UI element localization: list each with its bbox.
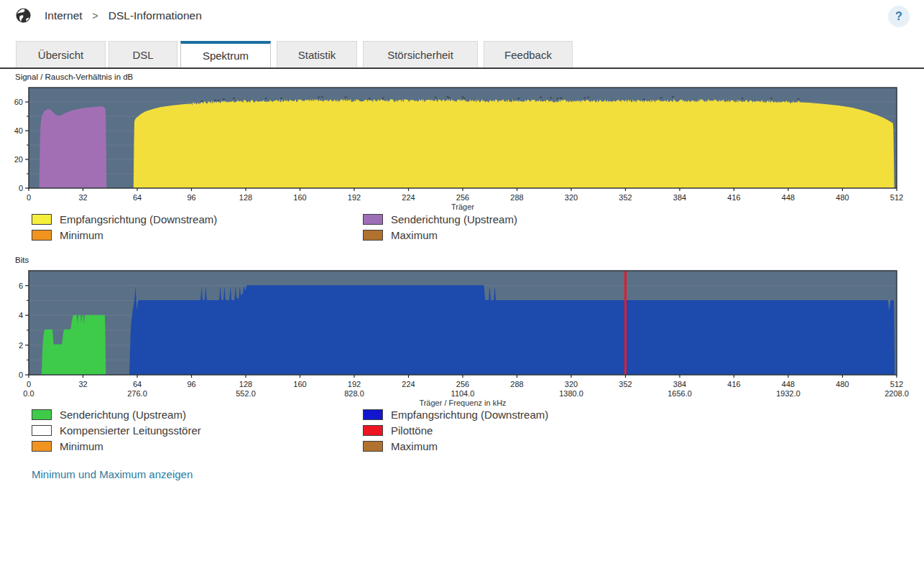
legend-item: Senderichtung (Upstream)	[32, 409, 201, 420]
svg-text:828.0: 828.0	[344, 389, 364, 398]
legend-swatch-kompensierter	[32, 425, 52, 436]
legend-item: Empfangsrichtung (Downstream)	[363, 409, 548, 420]
svg-text:224: 224	[402, 193, 415, 202]
svg-text:384: 384	[673, 193, 686, 202]
svg-text:64: 64	[133, 380, 142, 388]
globe-icon	[15, 7, 32, 24]
breadcrumb-separator-icon: >	[93, 10, 98, 22]
tab-feedback[interactable]: Feedback	[484, 41, 573, 67]
svg-text:192: 192	[348, 193, 361, 202]
help-button[interactable]: ?	[888, 6, 910, 27]
legend-swatch-downstream	[32, 214, 52, 225]
legend-item: Empfangsrichtung (Downstream)	[32, 213, 217, 225]
breadcrumb: Internet > DSL-Informationen	[45, 9, 202, 22]
legend-item: Pilottöne	[363, 424, 548, 436]
tab-statistik[interactable]: Statistik	[277, 41, 357, 67]
legend-label: Pilottöne	[391, 424, 433, 437]
bits-chart-title: Bits	[15, 256, 29, 264]
tab-spektrum[interactable]: Spektrum	[180, 41, 271, 67]
legend-item: Maximum	[363, 229, 517, 241]
show-min-max-link[interactable]: Minimum und Maximum anzeigen	[32, 468, 193, 480]
svg-text:276.0: 276.0	[127, 389, 147, 398]
svg-text:Träger / Frequenz in kHz: Träger / Frequenz in kHz	[419, 399, 506, 407]
tab-bar: Übersicht DSL Spektrum Statistik Störsic…	[16, 41, 573, 67]
legend-label: Senderichtung (Upstream)	[60, 409, 186, 421]
svg-text:1380.0: 1380.0	[559, 389, 583, 398]
svg-text:6: 6	[19, 281, 23, 290]
legend-label: Maximum	[391, 440, 438, 452]
legend-label: Maximum	[391, 229, 438, 241]
legend-item: Minimum	[32, 229, 217, 241]
svg-text:0.0: 0.0	[23, 389, 34, 398]
svg-text:512: 512	[890, 380, 903, 388]
legend-swatch-upstream	[363, 214, 383, 225]
legend-item: Minimum	[32, 440, 201, 452]
svg-text:0: 0	[27, 193, 31, 202]
svg-text:32: 32	[78, 193, 87, 202]
svg-text:416: 416	[727, 193, 740, 202]
svg-text:352: 352	[619, 193, 632, 202]
svg-text:64: 64	[133, 193, 142, 202]
svg-text:128: 128	[239, 193, 252, 202]
dsl-informationen-page: Internet > DSL-Informationen ? Übersicht…	[0, 0, 924, 573]
tabbar-divider	[0, 67, 924, 69]
svg-text:256: 256	[456, 193, 469, 202]
legend-item: Maximum	[363, 440, 548, 452]
svg-text:192: 192	[348, 380, 361, 388]
svg-text:0: 0	[19, 184, 23, 192]
svg-text:288: 288	[510, 193, 523, 202]
svg-text:4: 4	[19, 311, 23, 320]
svg-text:256: 256	[456, 380, 469, 388]
svg-text:1932.0: 1932.0	[776, 389, 800, 398]
svg-text:224: 224	[402, 380, 415, 388]
svg-text:288: 288	[510, 380, 523, 388]
svg-text:0: 0	[19, 371, 23, 379]
bits-chart: 0246032649612816019222425628832035238441…	[0, 267, 924, 411]
svg-text:416: 416	[727, 380, 740, 388]
tab-stoersicherheit[interactable]: Störsicherheit	[363, 41, 478, 67]
legend-label: Empfangsrichtung (Downstream)	[391, 409, 548, 421]
svg-text:96: 96	[187, 380, 195, 388]
tab-dsl[interactable]: DSL	[108, 41, 177, 67]
svg-text:2208.0: 2208.0	[884, 389, 909, 398]
svg-text:60: 60	[14, 98, 23, 106]
legend-swatch-minimum	[32, 441, 52, 452]
page-title: DSL-Informationen	[108, 9, 202, 22]
svg-text:320: 320	[565, 380, 578, 388]
svg-text:448: 448	[782, 380, 795, 388]
breadcrumb-internet[interactable]: Internet	[45, 9, 83, 22]
svg-text:480: 480	[836, 193, 849, 202]
svg-text:Träger: Träger	[451, 202, 474, 211]
legend-swatch-downstream	[363, 409, 383, 420]
svg-text:96: 96	[187, 193, 195, 202]
legend-label: Senderichtung (Upstream)	[391, 213, 517, 225]
snr-chart-title: Signal / Rausch-Verhältnis in dB	[15, 73, 133, 81]
svg-text:160: 160	[293, 193, 306, 202]
svg-text:352: 352	[619, 380, 632, 388]
svg-text:480: 480	[836, 380, 849, 388]
svg-text:448: 448	[782, 193, 795, 202]
svg-text:2: 2	[19, 341, 23, 350]
svg-text:384: 384	[673, 380, 686, 388]
legend-swatch-pilottoene	[363, 425, 383, 436]
svg-text:160: 160	[293, 380, 306, 388]
svg-text:0: 0	[27, 380, 31, 388]
legend-swatch-upstream	[32, 409, 52, 420]
snr-chart: 0204060032649612816019222425628832035238…	[0, 84, 924, 213]
legend-label: Empfangsrichtung (Downstream)	[60, 213, 217, 225]
legend-item: Senderichtung (Upstream)	[363, 213, 517, 225]
legend-swatch-minimum	[32, 230, 52, 241]
svg-text:20: 20	[14, 155, 23, 164]
svg-text:40: 40	[14, 126, 23, 135]
svg-text:1104.0: 1104.0	[451, 389, 475, 398]
legend-swatch-maximum	[363, 441, 383, 452]
svg-text:32: 32	[78, 380, 87, 388]
legend-item: Kompensierter Leitungsstörer	[32, 424, 201, 436]
tab-uebersicht[interactable]: Übersicht	[16, 41, 106, 67]
legend-swatch-maximum	[363, 230, 383, 241]
svg-text:552.0: 552.0	[236, 389, 256, 398]
svg-text:1656.0: 1656.0	[667, 389, 692, 398]
svg-text:128: 128	[239, 380, 252, 388]
legend-label: Minimum	[60, 229, 103, 241]
legend-label: Kompensierter Leitungsstörer	[60, 424, 201, 437]
